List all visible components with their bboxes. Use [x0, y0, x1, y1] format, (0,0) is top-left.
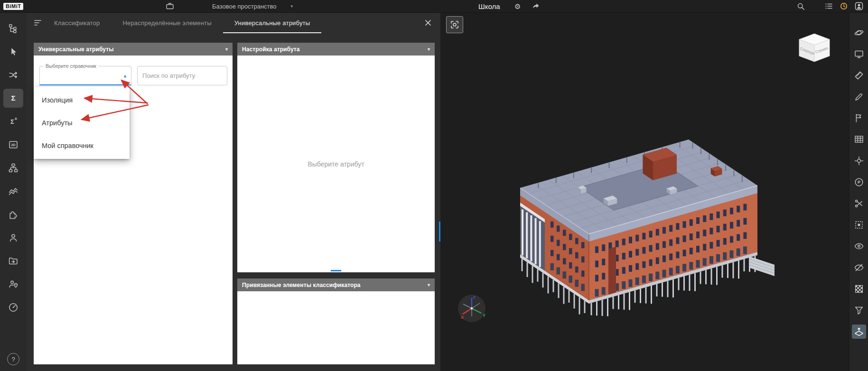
model-tree-icon	[8, 23, 19, 34]
dropdown-option-my-reference[interactable]: Мой справочник	[34, 134, 130, 157]
checker-icon	[854, 284, 864, 294]
vtool-section-box[interactable]	[852, 218, 866, 232]
share-button[interactable]	[532, 0, 540, 12]
vtool-transparency[interactable]	[852, 282, 866, 296]
tool-add-attributes[interactable]: Σ +	[3, 112, 23, 131]
person-icon	[8, 232, 19, 243]
panels-scrollbar[interactable]	[439, 222, 440, 241]
ruler-icon	[854, 70, 864, 81]
chevron-down-icon: ▾	[291, 4, 293, 9]
vtool-grid[interactable]	[852, 132, 866, 147]
tool-hierarchy[interactable]	[3, 158, 23, 177]
cursor-icon	[8, 46, 19, 57]
chart-line-icon	[8, 186, 19, 196]
caret-up-icon: ▲	[123, 74, 127, 78]
vtool-section-cut[interactable]	[852, 196, 866, 211]
vtool-visibility[interactable]	[852, 239, 866, 253]
account-button[interactable]	[855, 2, 863, 10]
briefcase-icon	[166, 2, 174, 10]
top-bar-actions	[797, 0, 863, 12]
search-button[interactable]	[797, 2, 805, 10]
bimit-app: BiMiT Базовое пространство ▾ Школа ⚙	[0, 0, 868, 371]
top-bar: BiMiT Базовое пространство ▾ Школа ⚙	[0, 0, 868, 13]
tab-unallocated-elements[interactable]: Нераспределённые элементы	[111, 13, 223, 33]
gear-icon: ⚙	[514, 3, 521, 10]
screenshot-button[interactable]	[446, 16, 463, 33]
attribute-settings-body: Выберите атрибут	[237, 56, 435, 272]
tool-model-tree[interactable]	[3, 19, 23, 38]
history-button[interactable]	[840, 2, 848, 10]
tool-dashboards[interactable]	[3, 298, 23, 317]
attribute-settings-header: Настройка атрибута ▾	[237, 43, 435, 56]
connections-icon	[8, 70, 19, 80]
vtool-edit[interactable]	[852, 90, 866, 104]
project-title: Школа	[478, 0, 500, 12]
workspace-selector[interactable]: Базовое пространство ▾	[212, 0, 293, 12]
tab-bar: Классификатор Нераспределённые элементы …	[27, 12, 440, 33]
vtool-fit-view[interactable]	[852, 47, 866, 61]
history-icon	[840, 2, 848, 10]
vtool-visibility-off[interactable]	[852, 260, 866, 275]
collapse-chevron-icon[interactable]: ▾	[428, 282, 430, 288]
app-logo: BiMiT	[3, 0, 23, 12]
attribute-search-input[interactable]	[137, 66, 227, 85]
pencil-icon	[854, 92, 864, 102]
left-toolbar: Σ Σ + 2D	[0, 12, 27, 371]
vtool-focus[interactable]	[852, 154, 866, 168]
tool-shared-folders[interactable]	[3, 251, 23, 270]
dropdown-option-attributes[interactable]: Атрибуты	[34, 111, 130, 134]
building-model[interactable]	[511, 137, 786, 331]
tool-charts[interactable]	[3, 182, 23, 201]
tool-connections[interactable]	[3, 65, 23, 84]
vtool-measure[interactable]	[852, 68, 866, 83]
viewport-3d[interactable]: Спереди Справа X Y Z	[440, 12, 849, 371]
panels-menu-button[interactable]	[33, 12, 43, 33]
hierarchy-icon	[8, 163, 19, 173]
svg-text:Σ: Σ	[10, 118, 14, 125]
view-cube[interactable]: Спереди Справа	[794, 32, 834, 64]
axis-y-label: Y	[483, 313, 485, 318]
tasks-list-button[interactable]	[825, 2, 833, 10]
tab-universal-attributes[interactable]: Универсальные атрибуты	[223, 13, 322, 33]
collapse-chevron-icon[interactable]: ▾	[225, 46, 228, 52]
app-logo-text: BiMiT	[3, 3, 23, 10]
tab-classifier[interactable]: Классификатор	[43, 13, 111, 33]
collapse-chevron-icon[interactable]: ▾	[428, 46, 430, 52]
tool-universal-attributes[interactable]: Σ	[3, 89, 23, 108]
vtool-clip-plane[interactable]	[852, 325, 866, 339]
vtool-walk-mode[interactable]: P	[852, 175, 866, 189]
svg-text:Σ: Σ	[11, 94, 15, 102]
user-icon	[855, 2, 863, 10]
reference-dropdown: Изоляция Атрибуты Мой справочник	[34, 87, 130, 159]
tool-2d-view[interactable]: 2D	[3, 135, 23, 154]
menu-lines-icon	[33, 18, 43, 28]
reference-select[interactable]: Выберите справочник ▲	[39, 66, 131, 85]
dropdown-option-isolation[interactable]: Изоляция	[34, 89, 130, 111]
tool-users[interactable]	[3, 228, 23, 247]
close-icon	[424, 19, 432, 27]
crosshair-icon	[854, 156, 864, 166]
settings-button[interactable]: ⚙	[514, 0, 521, 12]
2d-view-icon: 2D	[8, 139, 19, 150]
tool-plugins[interactable]	[3, 205, 23, 224]
orbit-icon	[854, 28, 864, 38]
projects-button[interactable]	[166, 0, 174, 12]
vtool-filter[interactable]	[852, 303, 866, 317]
vtool-flag[interactable]	[852, 111, 866, 125]
tool-select[interactable]	[3, 42, 23, 61]
scissors-icon	[854, 198, 864, 209]
shared-folder-icon	[8, 256, 19, 266]
help-label: ?	[11, 356, 15, 363]
vtool-orbit[interactable]	[852, 26, 866, 40]
axis-z-label: Z	[473, 295, 476, 299]
circle-p-icon: P	[854, 177, 864, 187]
panels-area: Классификатор Нераспределённые элементы …	[27, 12, 440, 371]
tool-user-locations[interactable]	[3, 275, 23, 294]
svg-text:2D: 2D	[11, 143, 16, 147]
svg-text:+: +	[15, 116, 18, 121]
axis-x-label: X	[461, 315, 464, 320]
close-panel-button[interactable]	[424, 12, 432, 33]
help-button[interactable]: ?	[7, 353, 19, 365]
gauge-icon	[8, 302, 19, 313]
panel-resize-handle[interactable]	[331, 270, 341, 271]
